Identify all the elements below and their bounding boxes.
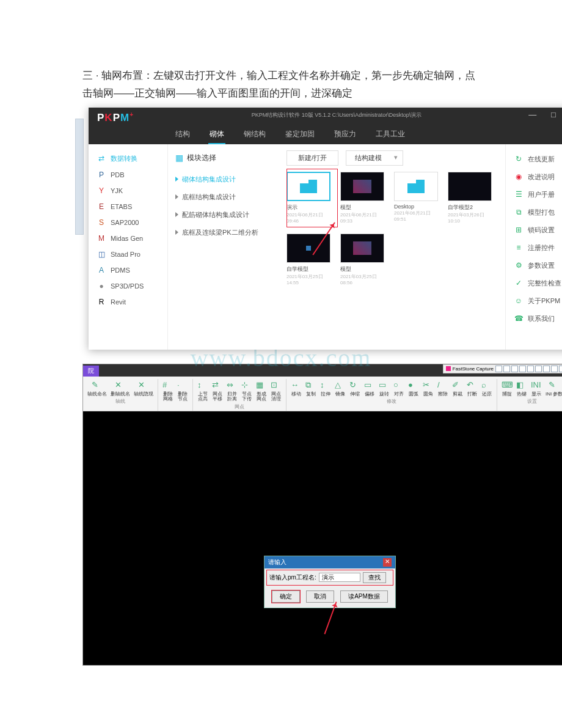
new-open-button[interactable]: 新建/打开 — [286, 150, 338, 166]
triangle-icon — [175, 212, 178, 217]
project-name-input[interactable] — [319, 573, 360, 582]
tab-appraisal[interactable]: 鉴定加固 — [284, 125, 316, 144]
ribbon-button[interactable]: △镜像 — [334, 380, 346, 397]
module-item-1[interactable]: 砌体结构集成设计 — [172, 171, 274, 188]
ribbon-button[interactable]: ↶打断 — [466, 380, 478, 397]
browse-button[interactable]: 查找 — [363, 572, 386, 583]
lock-icon: ⊞ — [514, 226, 523, 234]
rside-pack[interactable]: ⧉模型打包 — [506, 204, 562, 221]
sidebar-sp3d[interactable]: ●SP3D/PDS — [89, 278, 167, 294]
file-area: 新建/打开 结构建模 演示 2021年06月21日 09:46 — [278, 144, 505, 350]
ribbon-button[interactable]: ⌨捕捉 — [501, 380, 513, 397]
ribbon-icon: ▭ — [364, 380, 375, 391]
ribbon-button[interactable]: ✕轴线隐现 — [133, 380, 154, 397]
record-icon: ◉ — [514, 172, 523, 181]
ribbon-icon: # — [162, 380, 173, 391]
ribbon-button[interactable]: INI显示 — [530, 380, 542, 397]
rside-lock[interactable]: ⊞锁码设置 — [506, 221, 562, 239]
module-item-3[interactable]: 配筋砌体结构集成设计 — [172, 206, 274, 224]
dialog-buttons: 确定 取消 读APM数据 — [265, 587, 395, 608]
ribbon-button[interactable]: ↻伸缩 — [349, 380, 361, 397]
ribbon-icon: ⌕ — [481, 380, 492, 391]
ribbon-group-label: 设置 — [527, 398, 537, 405]
refresh-icon: ↻ — [514, 155, 523, 163]
model-type-select[interactable]: 结构建模 — [346, 150, 403, 166]
ribbon-button[interactable]: ●圆弧 — [407, 380, 420, 397]
ribbon-button[interactable]: ⧉复制 — [305, 380, 317, 397]
tab-steel[interactable]: 钢结构 — [243, 125, 267, 144]
project-card[interactable]: 演示 2021年06月21日 09:46 — [286, 172, 330, 224]
rside-improve[interactable]: ◉改进说明 — [506, 168, 562, 186]
dialog-titlebar[interactable]: 请输入 ✕ — [265, 556, 395, 568]
rside-update[interactable]: ↻在线更新 — [506, 150, 562, 168]
rside-check[interactable]: ✓完整性检查 — [506, 274, 562, 292]
ribbon-button[interactable]: ✂圆角 — [422, 380, 434, 397]
ribbon-button[interactable]: ⌕还原 — [481, 380, 493, 397]
sidebar-etabs[interactable]: EETABS — [89, 199, 167, 215]
ribbon-button[interactable]: ▭偏移 — [363, 380, 376, 397]
cancel-button[interactable]: 取消 — [306, 590, 334, 603]
svg-rect-3 — [416, 180, 425, 193]
ribbon-icon: ✎ — [92, 380, 103, 391]
sidebar-pdb[interactable]: PPDB — [89, 167, 167, 183]
editor-screenshot: 院 FastStone Capture ✎轴线命名✕删轴线名✕轴线隐现轴线#删除… — [82, 364, 562, 666]
sidebar-pdms[interactable]: APDMS — [89, 262, 167, 278]
rside-params[interactable]: ⚙参数设置 — [506, 257, 562, 274]
sidebar-sap2000[interactable]: SSAP2000 — [89, 215, 167, 230]
pkpm-launcher-screenshot: 云 式 PKPM+ PKPM结构设计软件 10版 V5.1.2 C:\Users… — [82, 108, 562, 350]
ribbon-button[interactable]: ·删除节点 — [177, 380, 189, 402]
ribbon-button[interactable]: #删除网格 — [162, 380, 174, 402]
ribbon-icon: ↻ — [349, 380, 360, 391]
ribbon-button[interactable]: ⊹节点下传 — [241, 380, 253, 402]
ribbon-button[interactable]: ↔移动 — [290, 380, 302, 397]
rside-manual[interactable]: ☰用户手册 — [506, 186, 562, 204]
ribbon-icon: ↕ — [197, 380, 208, 391]
project-card[interactable]: 自学模型2 2021年03月26日 10:10 — [448, 172, 492, 224]
module-item-2[interactable]: 底框结构集成设计 — [172, 188, 274, 206]
model-thumb — [340, 172, 384, 201]
module-item-4[interactable]: 底框及连续梁PK二维分析 — [172, 224, 274, 241]
sidebar-yjk[interactable]: YYJK — [89, 183, 167, 199]
tab-prestress[interactable]: 预应力 — [333, 125, 357, 144]
ribbon-button[interactable]: ○对齐 — [393, 380, 405, 397]
triangle-icon — [175, 194, 178, 199]
ribbon-button[interactable]: ◧热键 — [516, 380, 528, 397]
ribbon-button[interactable]: ⇔归并距离 — [226, 380, 238, 402]
ribbon-button[interactable]: ↕上节点高 — [197, 380, 209, 402]
instruction-text: 三 · 轴网布置：左键双击打开文件，输入工程文件名称并确定，第一步先确定轴网，点… — [82, 67, 486, 103]
rside-contact[interactable]: ☎联系我们 — [506, 310, 562, 328]
project-card[interactable]: 模型 2021年06月21日 09:33 — [340, 172, 384, 224]
sidebar-midas[interactable]: MMidas Gen — [89, 230, 167, 246]
read-apm-button[interactable]: 读APM数据 — [340, 590, 388, 603]
ribbon-icon: ⌨ — [502, 380, 513, 391]
ok-button[interactable]: 确定 — [272, 590, 300, 603]
rside-about[interactable]: ☺关于PKPM — [506, 292, 562, 310]
ribbon-button[interactable]: ✐剪裁 — [451, 380, 464, 397]
tab-tools[interactable]: 工具工业 — [374, 125, 406, 144]
sidebar-revit[interactable]: RRevit — [89, 294, 167, 310]
ribbon-icon: ○ — [393, 380, 404, 391]
sidebar-data-convert[interactable]: ⇄ 数据转换 — [89, 150, 167, 167]
ribbon-button[interactable]: ✕删轴线名 — [110, 380, 131, 397]
ribbon-button[interactable]: ⊡网点清理 — [270, 380, 282, 402]
ribbon-button[interactable]: ▦形成网点 — [255, 380, 268, 402]
drawing-canvas[interactable]: 请输入 ✕ 请输入pm工程名: 查找 确定 取消 读APM数据 — [83, 411, 562, 665]
project-card[interactable]: 模型 2021年03月25日 08:56 — [340, 233, 384, 285]
sidebar-staad[interactable]: ◫Staad Pro — [89, 246, 167, 262]
ribbon-button[interactable]: ✎INI 参数 — [545, 380, 562, 397]
ribbon-button[interactable]: /擦除 — [437, 380, 449, 397]
rside-register[interactable]: ≡注册控件 — [506, 239, 562, 257]
close-icon[interactable]: ✕ — [383, 558, 392, 567]
project-card[interactable]: 自学模型 2021年03月25日 14:55 — [286, 233, 330, 285]
capture-buttons[interactable] — [495, 366, 562, 372]
tab-masonry[interactable]: 砌体 — [208, 125, 225, 144]
ribbon-button[interactable]: ⇄网点平移 — [211, 380, 224, 402]
tab-structure[interactable]: 结构 — [174, 125, 191, 144]
package-icon: ⧉ — [514, 208, 523, 216]
project-card[interactable]: Desktop 2021年06月21日 09:51 — [394, 172, 438, 224]
ribbon-button[interactable]: ✎轴线命名 — [87, 380, 108, 397]
ribbon-button[interactable]: ↕拉伸 — [319, 380, 332, 397]
yjk-icon: Y — [97, 186, 106, 195]
window-controls[interactable]: — □ × — [528, 110, 562, 119]
ribbon-button[interactable]: ▭旋转 — [378, 380, 390, 397]
